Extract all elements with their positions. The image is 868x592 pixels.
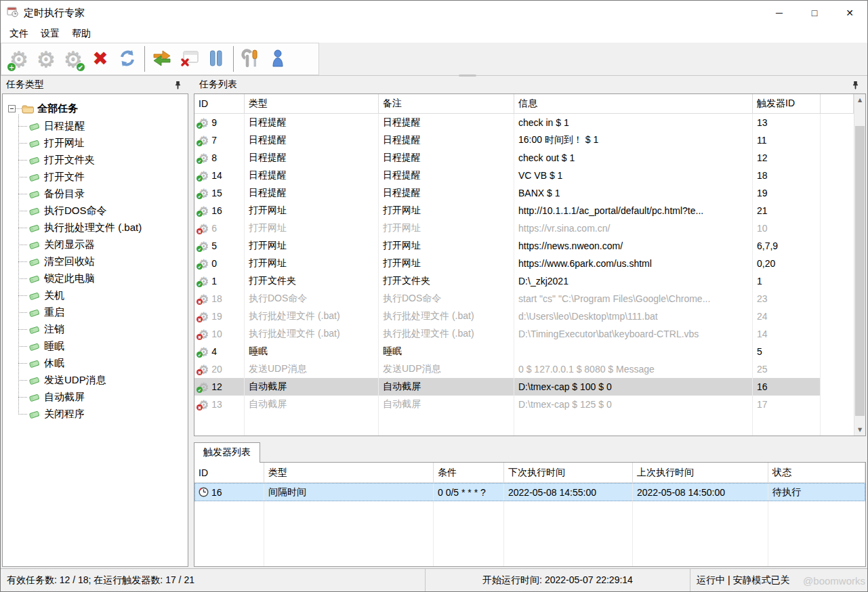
task-note-cell[interactable]: 打开网址 bbox=[379, 202, 514, 219]
task-triggers-cell[interactable]: 23 bbox=[753, 290, 821, 308]
task-note-cell[interactable]: 执行批处理文件 (.bat) bbox=[379, 325, 514, 343]
trigger-next-time-cell[interactable]: 2022-05-08 14:55:00 bbox=[504, 483, 633, 501]
task-type-cell[interactable]: 打开网址 bbox=[245, 255, 379, 272]
trigger-list-tab[interactable]: 触发器列表 bbox=[194, 442, 260, 463]
task-id-cell[interactable]: ⚙✖19 bbox=[194, 308, 245, 325]
task-note-cell[interactable]: 打开网址 bbox=[379, 255, 514, 272]
task-type-cell[interactable]: 日程提醒 bbox=[245, 149, 379, 167]
trigger-row[interactable]: 16间隔时间0 0/5 * * * ?2022-05-08 14:55:0020… bbox=[194, 483, 865, 501]
task-triggers-cell[interactable]: 14 bbox=[753, 325, 821, 343]
task-note-cell[interactable]: 自动截屏 bbox=[379, 378, 514, 396]
task-type-cell[interactable]: 执行批处理文件 (.bat) bbox=[245, 325, 379, 343]
task-triggers-cell[interactable]: 11 bbox=[753, 131, 821, 149]
tree-item[interactable]: 发送UDP消息 bbox=[18, 372, 185, 389]
task-triggers-cell[interactable]: 17 bbox=[753, 396, 821, 413]
expander-icon[interactable] bbox=[8, 105, 16, 112]
task-type-cell[interactable]: 打开文件夹 bbox=[245, 272, 379, 290]
tree-item[interactable]: 锁定此电脑 bbox=[18, 270, 185, 287]
task-note-cell[interactable]: 打开网址 bbox=[379, 219, 514, 237]
task-id-cell[interactable]: ⚙✔5 bbox=[194, 237, 245, 255]
task-id-cell[interactable]: ⚙✖13 bbox=[194, 396, 245, 413]
maximize-button[interactable]: □ bbox=[797, 1, 832, 25]
task-id-cell[interactable]: ⚙✔9 bbox=[194, 114, 245, 131]
tree-item[interactable]: 重启 bbox=[18, 304, 185, 321]
task-triggers-cell[interactable]: 1 bbox=[753, 272, 821, 290]
tree-item[interactable]: 休眠 bbox=[18, 355, 185, 372]
tree-item[interactable]: 打开网址 bbox=[18, 135, 185, 152]
task-id-cell[interactable]: ⚙✔8 bbox=[194, 149, 245, 167]
task-type-cell[interactable]: 发送UDP消息 bbox=[245, 360, 379, 378]
trigger-type-cell[interactable]: 间隔时间 bbox=[264, 483, 434, 501]
task-info-cell[interactable] bbox=[514, 343, 753, 360]
task-info-cell[interactable]: D:\tmex-cap $ 100 $ 0 bbox=[514, 378, 753, 396]
tree-item[interactable]: 自动截屏 bbox=[18, 389, 185, 406]
task-triggers-cell[interactable]: 24 bbox=[753, 308, 821, 325]
settings-button[interactable] bbox=[237, 45, 264, 72]
tree-item[interactable]: 备份目录 bbox=[18, 186, 185, 203]
tree-item[interactable]: 执行DOS命令 bbox=[18, 203, 185, 219]
tree-item[interactable]: 清空回收站 bbox=[18, 253, 185, 270]
task-triggers-cell[interactable]: 0,20 bbox=[753, 255, 821, 272]
task-row[interactable]: ⚙✔1打开文件夹打开文件夹D:\_zkj20211 bbox=[194, 272, 854, 290]
column-header[interactable]: 触发器ID bbox=[753, 94, 821, 114]
task-note-cell[interactable]: 日程提醒 bbox=[379, 131, 514, 149]
column-header[interactable]: 备注 bbox=[379, 94, 514, 114]
task-type-cell[interactable]: 日程提醒 bbox=[245, 184, 379, 202]
task-type-cell[interactable]: 日程提醒 bbox=[245, 114, 379, 131]
close-popup-button[interactable] bbox=[175, 45, 203, 72]
task-type-cell[interactable]: 执行DOS命令 bbox=[245, 290, 379, 308]
task-row[interactable]: ⚙✔14日程提醒日程提醒VC VB $ 118 bbox=[194, 167, 854, 184]
task-id-cell[interactable]: ⚙✔1 bbox=[194, 272, 245, 290]
task-triggers-cell[interactable]: 5 bbox=[753, 343, 821, 360]
task-row[interactable]: ⚙✖19执行批处理文件 (.bat)执行批处理文件 (.bat)d:\Users… bbox=[194, 308, 854, 325]
task-row[interactable]: ⚙✖13自动截屏自动截屏D:\tmex-cap $ 125 $ 017 bbox=[194, 396, 854, 413]
task-row[interactable]: ⚙✔0打开网址打开网址https://www.6park.com/us.shtm… bbox=[194, 255, 854, 272]
task-id-cell[interactable]: ⚙✔12 bbox=[194, 378, 245, 396]
task-type-cell[interactable]: 日程提醒 bbox=[245, 167, 379, 184]
task-id-cell[interactable]: ⚙✔7 bbox=[194, 131, 245, 149]
column-header[interactable]: 条件 bbox=[434, 463, 504, 483]
vertical-splitter[interactable] bbox=[188, 76, 194, 568]
column-header[interactable]: 信息 bbox=[514, 94, 753, 114]
task-type-cell[interactable]: 日程提醒 bbox=[245, 131, 379, 149]
task-row[interactable]: ⚙✔16打开网址打开网址http://10.1.1.1/ac_portal/de… bbox=[194, 202, 854, 219]
task-note-cell[interactable]: 执行DOS命令 bbox=[379, 290, 514, 308]
trigger-status-cell[interactable]: 待执行 bbox=[768, 483, 865, 501]
task-id-cell[interactable]: ⚙✖18 bbox=[194, 290, 245, 308]
tree-item[interactable]: 关闭显示器 bbox=[18, 236, 185, 253]
task-id-cell[interactable]: ⚙✖20 bbox=[194, 360, 245, 378]
task-note-cell[interactable]: 日程提醒 bbox=[379, 114, 514, 131]
column-header[interactable]: 状态 bbox=[768, 463, 865, 483]
refresh-button[interactable] bbox=[114, 45, 141, 72]
task-table-scrollbar[interactable]: ▲ ▼ bbox=[854, 94, 865, 436]
task-id-cell[interactable]: ⚙✔15 bbox=[194, 184, 245, 202]
task-triggers-cell[interactable]: 21 bbox=[753, 202, 821, 219]
column-header[interactable]: ID bbox=[194, 94, 245, 114]
task-triggers-cell[interactable]: 13 bbox=[753, 114, 821, 131]
tree-item[interactable]: 日程提醒 bbox=[18, 118, 185, 135]
task-info-cell[interactable]: http://10.1.1.1/ac_portal/default/pc.htm… bbox=[514, 202, 753, 219]
task-info-cell[interactable]: VC VB $ 1 bbox=[514, 167, 753, 184]
task-info-cell[interactable]: https://www.6park.com/us.shtml bbox=[514, 255, 753, 272]
task-row[interactable]: ⚙✔8日程提醒日程提醒check out $ 112 bbox=[194, 149, 854, 167]
task-triggers-cell[interactable]: 10 bbox=[753, 219, 821, 237]
task-row[interactable]: ⚙✖18执行DOS命令执行DOS命令start "cs" "C:\Program… bbox=[194, 290, 854, 308]
column-header[interactable]: 上次执行时间 bbox=[633, 463, 768, 483]
trigger-condition-cell[interactable]: 0 0/5 * * * ? bbox=[434, 483, 504, 501]
task-info-cell[interactable]: BANX $ 1 bbox=[514, 184, 753, 202]
menu-settings[interactable]: 设置 bbox=[35, 26, 66, 42]
task-triggers-cell[interactable]: 18 bbox=[753, 167, 821, 184]
task-triggers-cell[interactable]: 16 bbox=[753, 378, 821, 396]
run-task-button[interactable] bbox=[148, 45, 175, 72]
task-info-cell[interactable]: D:\TimingExecutor\bat\keyboard-CTRL.vbs bbox=[514, 325, 753, 343]
menu-file[interactable]: 文件 bbox=[3, 26, 35, 42]
column-header[interactable]: 类型 bbox=[245, 94, 379, 114]
tree-item[interactable]: 睡眠 bbox=[18, 338, 185, 355]
task-note-cell[interactable]: 睡眠 bbox=[379, 343, 514, 360]
task-triggers-cell[interactable]: 25 bbox=[753, 360, 821, 378]
scroll-thumb[interactable] bbox=[855, 126, 865, 416]
task-info-cell[interactable]: https://vr.sina.com.cn/ bbox=[514, 219, 753, 237]
tree-item[interactable]: 执行批处理文件 (.bat) bbox=[18, 219, 185, 236]
task-type-cell[interactable]: 打开网址 bbox=[245, 202, 379, 219]
task-row[interactable]: ⚙✖6打开网址打开网址https://vr.sina.com.cn/10 bbox=[194, 219, 854, 237]
